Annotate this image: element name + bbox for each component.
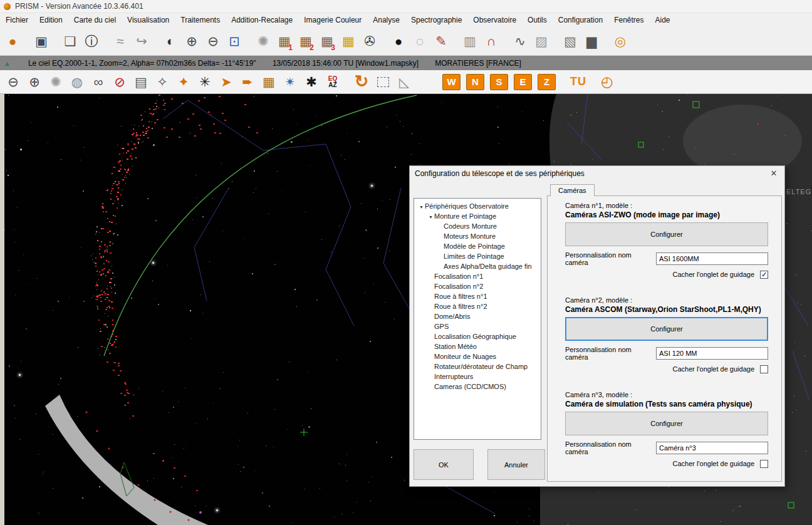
menu-item-configuration[interactable]: Configuration bbox=[553, 16, 608, 24]
measure-triangle-icon[interactable]: ◺ bbox=[393, 71, 415, 93]
dotted-globe-icon[interactable]: ◌ bbox=[409, 30, 430, 53]
tree-item-gps[interactable]: GPS bbox=[414, 321, 541, 331]
dotted-globe-icon[interactable]: ◍ bbox=[66, 71, 88, 93]
menu-item-imagerie-couleur[interactable]: Imagerie Couleur bbox=[298, 16, 367, 24]
camera-2-icon[interactable]: ▦2 bbox=[295, 30, 316, 53]
cancel-button[interactable]: Annuler bbox=[487, 449, 545, 480]
magnet-icon[interactable]: ∩ bbox=[481, 30, 502, 53]
marker-tool-icon[interactable]: ✎ bbox=[430, 30, 452, 53]
field-cross-icon[interactable]: ✱ bbox=[301, 71, 322, 93]
turbine-globe-icon[interactable]: ✺ bbox=[45, 71, 66, 93]
surface-3d-icon[interactable]: ▨ bbox=[531, 30, 552, 53]
refresh-icon[interactable]: ↻ bbox=[351, 71, 372, 93]
menu-item-traitements[interactable]: Traitements bbox=[175, 16, 226, 24]
graph-icon[interactable]: ∿ bbox=[509, 30, 531, 53]
menu-item-fenetres[interactable]: Fenêtres bbox=[608, 16, 649, 24]
drop-icon[interactable]: ● bbox=[388, 30, 409, 53]
configure-button-3[interactable]: Configurer bbox=[565, 412, 768, 435]
histogram-icon[interactable]: ▆ bbox=[581, 30, 602, 53]
menu-item-spectrographie[interactable]: Spectrographie bbox=[405, 16, 467, 24]
camera-1-icon[interactable]: ▦1 bbox=[274, 30, 295, 53]
telescope-sync-icon[interactable]: ✴ bbox=[279, 71, 301, 93]
direction-button-n[interactable]: N bbox=[466, 74, 484, 90]
screen-capture-icon[interactable]: ❏ bbox=[60, 30, 81, 53]
tree-item-monture-et-pointage[interactable]: ▾Monture et Pointage bbox=[414, 211, 541, 221]
response-curve-icon[interactable]: ≈ bbox=[110, 30, 131, 53]
direction-button-e[interactable]: E bbox=[514, 74, 532, 90]
tree-item-roue-a-filtres-n-1[interactable]: Roue à filtres n°1 bbox=[414, 291, 541, 301]
tree-item-dome-abris[interactable]: Dome/Abris bbox=[414, 311, 541, 321]
print-icon[interactable]: ▤ bbox=[130, 71, 152, 93]
slew-arrow-icon[interactable]: ➤ bbox=[216, 71, 237, 93]
camera-yellow-icon[interactable]: ▦ bbox=[338, 30, 359, 53]
configure-button-2[interactable]: Configurer bbox=[565, 317, 768, 341]
hide-guiding-checkbox-3[interactable] bbox=[760, 460, 768, 468]
menu-item-aide[interactable]: Aide bbox=[650, 16, 676, 24]
tree-item-moteurs-monture[interactable]: Moteurs Monture bbox=[414, 231, 541, 241]
tree-item-codeurs-monture[interactable]: Codeurs Monture bbox=[414, 221, 541, 231]
tree-item-roue-a-filtres-n-2[interactable]: Roue à filtres n°2 bbox=[414, 301, 541, 311]
menu-item-edition[interactable]: Edition bbox=[34, 16, 68, 24]
disable-icon[interactable]: ⊘ bbox=[109, 71, 130, 93]
tree-item-focalisation-n-1[interactable]: Focalisation n°1 bbox=[414, 271, 541, 281]
close-icon[interactable]: ✕ bbox=[763, 166, 784, 180]
direction-button-s[interactable]: S bbox=[490, 74, 508, 90]
star-select-icon[interactable]: ✧ bbox=[152, 71, 173, 93]
gradient-icon[interactable]: ▧ bbox=[560, 30, 581, 53]
info-icon[interactable]: ⓘ bbox=[81, 30, 102, 53]
hide-guiding-checkbox-2[interactable] bbox=[760, 365, 768, 373]
tree-item-interrupteurs[interactable]: Interrupteurs bbox=[414, 372, 541, 382]
hide-guiding-checkbox-1[interactable]: ✓ bbox=[760, 271, 768, 279]
camera-3-icon[interactable]: ▦3 bbox=[316, 30, 338, 53]
eq-az-icon[interactable]: EQAZ bbox=[322, 71, 343, 93]
tree-item-station-meteo[interactable]: Station Météo bbox=[414, 341, 541, 351]
center-cross-icon[interactable]: ✳ bbox=[194, 71, 216, 93]
menu-item-addition-recalage[interactable]: Addition-Recalage bbox=[226, 16, 298, 24]
camera-1-group: Caméra n°1, modèle : Caméras ASI-ZWO (mo… bbox=[565, 201, 768, 279]
clock-icon[interactable]: ◴ bbox=[596, 71, 618, 93]
menu-item-outils[interactable]: Outils bbox=[522, 16, 553, 24]
tree-item-localisation-geographique[interactable]: Localisation Géographique bbox=[414, 331, 541, 341]
binoculars-icon[interactable]: ∞ bbox=[88, 71, 109, 93]
camera-name-input-3[interactable] bbox=[656, 442, 768, 454]
contrast-icon[interactable]: ◐ bbox=[160, 30, 181, 53]
prism-planet-icon[interactable]: ● bbox=[2, 30, 23, 53]
tree-item-focalisation-n-2[interactable]: Focalisation n°2 bbox=[414, 281, 541, 291]
coin-stack-icon[interactable]: ◎ bbox=[610, 30, 631, 53]
ok-button[interactable]: OK bbox=[414, 449, 474, 480]
menu-item-carte-du-ciel[interactable]: Carte du ciel bbox=[68, 16, 122, 24]
configure-button-1[interactable]: Configurer bbox=[565, 222, 768, 246]
zoom-out-icon[interactable]: ⊖ bbox=[3, 71, 24, 93]
curve-arrow-icon[interactable]: ↪ bbox=[131, 30, 152, 53]
tree-item-cameras-ccd-cmos[interactable]: Cameras (CCD/CMOS) bbox=[414, 382, 541, 392]
zoom-out-icon[interactable]: ⊖ bbox=[202, 30, 224, 53]
menu-item-fichier[interactable]: Fichier bbox=[0, 16, 34, 24]
tree-item-axes-alpha-delta-guidage-fin[interactable]: Axes Alpha/Delta guidage fin bbox=[414, 261, 541, 271]
focuser-icon[interactable]: ✇ bbox=[359, 30, 380, 53]
zoom-region-icon[interactable]: ⊡ bbox=[224, 30, 245, 53]
tree-item-modele-de-pointage[interactable]: Modèle de Pointage bbox=[414, 241, 541, 251]
menu-item-observatoire[interactable]: Observatoire bbox=[467, 16, 522, 24]
tu-time-label[interactable]: TU bbox=[570, 75, 586, 88]
tree-item-peripheriques-observatoire[interactable]: ▾Périphériques Observatoire bbox=[414, 201, 541, 211]
image-stack-icon[interactable]: ▥ bbox=[459, 30, 481, 53]
goto-arrow-icon[interactable]: ➨ bbox=[237, 71, 258, 93]
direction-button-w[interactable]: W bbox=[442, 74, 461, 90]
save-icon[interactable]: ▣ bbox=[31, 30, 52, 53]
tab-cameras[interactable]: Caméras bbox=[550, 184, 595, 196]
goto-star-icon[interactable]: ✦ bbox=[173, 71, 194, 93]
zoom-in-icon[interactable]: ⊕ bbox=[24, 71, 45, 93]
camera-name-input-2[interactable] bbox=[656, 347, 768, 360]
turbine-icon[interactable]: ✺ bbox=[252, 30, 274, 53]
menu-item-analyse[interactable]: Analyse bbox=[367, 16, 405, 24]
menu-item-visualisation[interactable]: Visualisation bbox=[122, 16, 175, 24]
camera-name-input-1[interactable] bbox=[656, 252, 768, 265]
ephemeris-table-icon[interactable]: ▦ bbox=[258, 71, 279, 93]
zoom-in-icon[interactable]: ⊕ bbox=[181, 30, 202, 53]
camera-model-label: Caméra de simulation (Tests sans caméra … bbox=[565, 399, 768, 409]
tree-item-moniteur-de-nuages[interactable]: Moniteur de Nuages bbox=[414, 351, 541, 361]
tree-item-limites-de-pointage[interactable]: Limites de Pointage bbox=[414, 251, 541, 261]
direction-button-z[interactable]: Z bbox=[538, 74, 556, 90]
select-region-icon[interactable] bbox=[372, 71, 393, 93]
tree-item-rotateur-derotateur-de-champ[interactable]: Rotateur/dérotateur de Champ bbox=[414, 361, 541, 372]
